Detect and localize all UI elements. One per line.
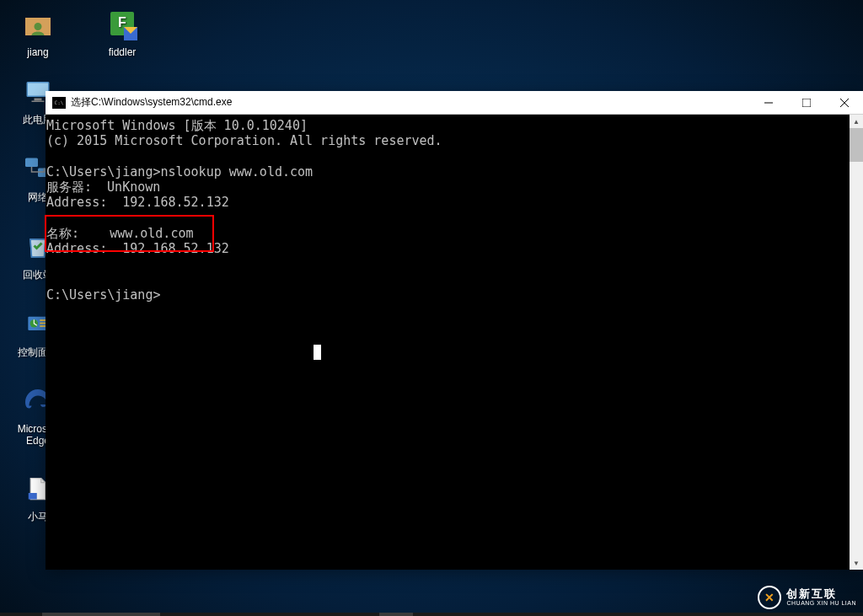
watermark: ✕ 创新互联 CHUANG XIN HU LIAN [758,586,856,609]
terminal-line: 服务器: UnKnown [46,179,160,195]
terminal-prompt: C:\Users\jiang> [46,287,160,303]
selection-cursor [314,345,321,360]
watermark-logo-icon: ✕ [758,586,781,609]
terminal-body[interactable]: Microsoft Windows [版本 10.0.10240] (c) 20… [46,115,863,570]
user-folder-icon[interactable]: jiang [13,8,63,58]
terminal-line: Microsoft Windows [版本 10.0.10240] [46,118,308,133]
titlebar[interactable]: 选择C:\Windows\system32\cmd.exe [46,91,863,115]
icon-label: jiang [27,46,48,58]
scroll-up-arrow[interactable]: ▲ [850,115,863,128]
terminal-line: (c) 2015 Microsoft Corporation. All righ… [46,133,442,148]
vertical-scrollbar[interactable]: ▲ ▼ [850,115,863,570]
taskbar[interactable] [0,613,863,616]
cmd-window: 选择C:\Windows\system32\cmd.exe Microsoft … [46,91,863,570]
scrollbar-thumb[interactable] [850,128,863,162]
terminal-line: Address: 192.168.52.132 [46,195,229,210]
watermark-text: 创新互联 CHUANG XIN HU LIAN [786,588,856,607]
svg-rect-15 [29,493,37,500]
window-controls [749,91,863,115]
watermark-cn: 创新互联 [786,588,856,600]
scroll-down-arrow[interactable]: ▼ [850,556,863,570]
watermark-en: CHUANG XIN HU LIAN [786,600,856,607]
terminal-line: C:\Users\jiang>nslookup www.old.com [46,164,313,179]
svg-rect-17 [802,99,811,107]
maximize-button[interactable] [787,91,825,115]
icon-label: fiddler [109,46,137,58]
close-button[interactable] [825,91,863,115]
terminal-line: 名称: www.old.com [46,226,194,241]
taskbar-item[interactable] [379,613,413,616]
fiddler-app-icon[interactable]: F fiddler [97,8,147,58]
cmd-icon [52,97,66,109]
svg-rect-7 [32,101,45,103]
window-title: 选择C:\Windows\system32\cmd.exe [71,95,749,110]
user-icon [21,8,55,42]
svg-rect-6 [35,99,42,101]
taskbar-item[interactable] [42,613,160,616]
fiddler-icon: F [105,8,139,42]
minimize-button[interactable] [749,91,787,115]
terminal-line: Address: 192.168.52.132 [46,241,229,256]
svg-rect-8 [25,158,38,168]
